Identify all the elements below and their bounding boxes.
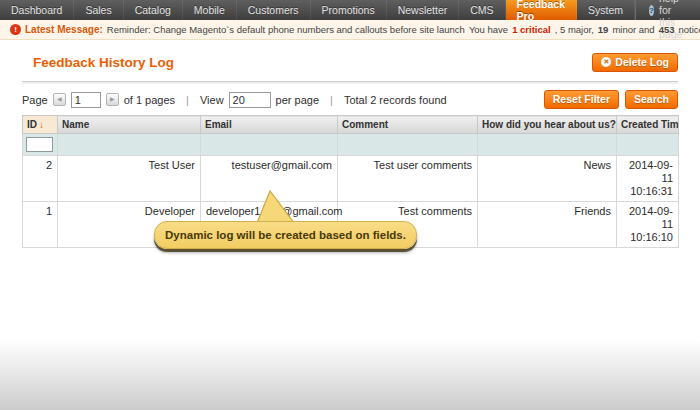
column-header-id[interactable]: ID↓ bbox=[23, 116, 58, 134]
page-label: Page bbox=[22, 94, 48, 106]
grid-header-row: ID↓ Name Email Comment How did you hear … bbox=[23, 116, 679, 134]
per-page-input[interactable] bbox=[229, 92, 271, 108]
help-icon: ? bbox=[649, 5, 654, 16]
column-header-email[interactable]: Email bbox=[201, 116, 338, 134]
nav-item-promotions[interactable]: Promotions bbox=[311, 0, 387, 20]
heard-filter-cell[interactable] bbox=[478, 134, 617, 156]
top-nav: Dashboard Sales Catalog Mobile Customers… bbox=[0, 0, 700, 20]
column-header-id-label: ID bbox=[27, 119, 37, 130]
nav-item-dashboard[interactable]: Dashboard bbox=[0, 0, 74, 20]
notice-you-have: You have bbox=[469, 24, 508, 35]
cell-id[interactable]: 1 bbox=[23, 202, 58, 248]
column-header-name[interactable]: Name bbox=[58, 116, 201, 134]
page-number-input[interactable] bbox=[71, 92, 101, 108]
id-filter-input[interactable] bbox=[26, 137, 53, 152]
column-header-heard[interactable]: How did you hear about us? bbox=[478, 116, 617, 134]
alert-icon: ! bbox=[10, 24, 21, 35]
column-header-comment[interactable]: Comment bbox=[338, 116, 478, 134]
nav-item-customers[interactable]: Customers bbox=[237, 0, 311, 20]
next-page-button[interactable]: ▶ bbox=[106, 93, 119, 106]
created-filter-cell[interactable] bbox=[617, 134, 679, 156]
cell-comment[interactable]: Test user comments bbox=[338, 156, 478, 202]
delete-log-button[interactable]: ✕ Delete Log bbox=[592, 53, 678, 72]
page-header: Feedback History Log ✕ Delete Log bbox=[22, 53, 678, 82]
delete-log-label: Delete Log bbox=[615, 56, 669, 68]
notice-minor-text: minor and bbox=[612, 24, 654, 35]
notice-notice-text: notice unread message(s). bbox=[678, 24, 700, 35]
per-page-label: per page bbox=[276, 94, 319, 106]
cell-heard[interactable]: News bbox=[478, 156, 617, 202]
nav-item-catalog[interactable]: Catalog bbox=[124, 0, 183, 20]
admin-screen: Dashboard Sales Catalog Mobile Customers… bbox=[0, 0, 700, 410]
get-help-link[interactable]: ? Get help for this page bbox=[635, 0, 700, 20]
nav-item-mobile[interactable]: Mobile bbox=[183, 0, 237, 20]
grid-filter-row bbox=[23, 134, 679, 156]
notice-major: , 5 major, bbox=[555, 24, 594, 35]
annotation-callout: Dynamic log will be created based on fie… bbox=[154, 221, 417, 249]
delete-icon: ✕ bbox=[601, 57, 611, 67]
notice-label: Latest Message: bbox=[25, 24, 103, 35]
table-row[interactable]: 2 Test User testuser@gmail.com Test user… bbox=[23, 156, 679, 202]
prev-page-button[interactable]: ◀ bbox=[53, 93, 66, 106]
created-clock: 10:16:31 bbox=[630, 185, 673, 197]
cell-created-time[interactable]: 2014-09-11 10:16:10 bbox=[617, 202, 679, 248]
nav-item-newsletter[interactable]: Newsletter bbox=[387, 0, 460, 20]
created-clock: 10:16:10 bbox=[630, 231, 673, 243]
view-label: View bbox=[200, 94, 224, 106]
separator: | bbox=[186, 94, 189, 106]
separator: | bbox=[330, 94, 333, 106]
search-button[interactable]: Search bbox=[625, 90, 678, 109]
callout-tail bbox=[250, 189, 298, 225]
cell-id[interactable]: 2 bbox=[23, 156, 58, 202]
comment-filter-cell[interactable] bbox=[338, 134, 478, 156]
name-filter-cell[interactable] bbox=[58, 134, 201, 156]
created-date: 2014-09-11 bbox=[629, 205, 673, 230]
grid-toolbar: Page ◀ ▶ of 1 pages | View per page | To… bbox=[22, 90, 678, 109]
column-header-created-time[interactable]: Created Time bbox=[617, 116, 679, 134]
nav-item-sales[interactable]: Sales bbox=[74, 0, 123, 20]
notice-reminder: Reminder: Change Magento`s default phone… bbox=[107, 24, 465, 35]
notice-notice-count: 453 bbox=[659, 24, 675, 35]
reset-filter-button[interactable]: Reset Filter bbox=[544, 90, 619, 109]
total-records-label: Total 2 records found bbox=[344, 94, 447, 106]
cell-created-time[interactable]: 2014-09-11 10:16:31 bbox=[617, 156, 679, 202]
page-title: Feedback History Log bbox=[22, 55, 174, 70]
nav-item-feedback-pro[interactable]: Feedback Pro bbox=[506, 0, 577, 20]
notice-critical-count: 1 critical bbox=[512, 24, 551, 35]
pager: Page ◀ ▶ of 1 pages | View per page | To… bbox=[22, 92, 447, 108]
toolbar-actions: Reset Filter Search bbox=[544, 90, 678, 109]
of-pages-label: of 1 pages bbox=[124, 94, 175, 106]
notice-bar: ! Latest Message: Reminder: Change Magen… bbox=[0, 20, 700, 40]
nav-item-cms[interactable]: CMS bbox=[459, 0, 505, 20]
sort-desc-icon: ↓ bbox=[39, 119, 44, 130]
nav-item-system[interactable]: System bbox=[577, 0, 635, 20]
cell-heard[interactable]: Friends bbox=[478, 202, 617, 248]
email-filter-cell[interactable] bbox=[201, 134, 338, 156]
cell-name[interactable]: Test User bbox=[58, 156, 201, 202]
annotation-text: Dynamic log will be created based on fie… bbox=[165, 229, 406, 241]
notice-minor-count: 19 bbox=[598, 24, 609, 35]
created-date: 2014-09-11 bbox=[629, 159, 673, 184]
